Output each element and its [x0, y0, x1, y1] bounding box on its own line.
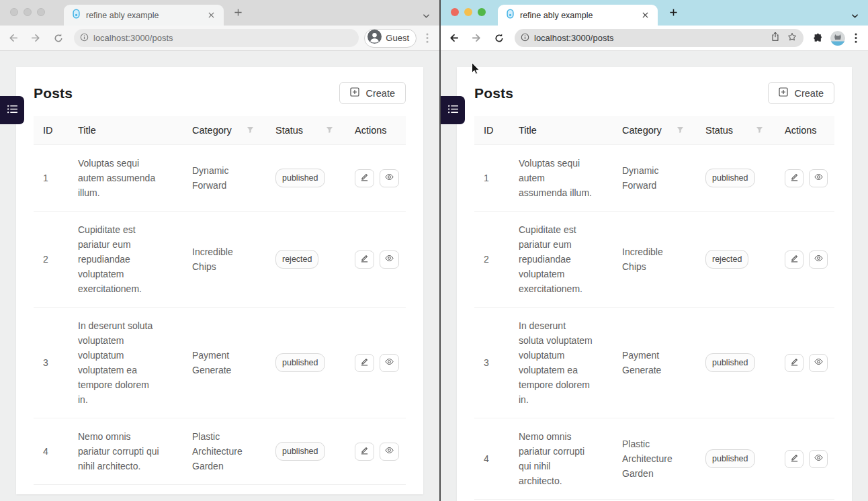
cell-category: Plastic Architecture Garden	[183, 418, 266, 484]
tab-close-icon[interactable]	[640, 9, 651, 21]
view-button[interactable]	[380, 250, 399, 269]
tab-strip: refine ably example	[0, 0, 439, 26]
cell-title: Cupiditate est pariatur eum repudiandae …	[69, 212, 183, 307]
new-tab-button[interactable]	[669, 8, 678, 17]
browser-menu-button[interactable]	[421, 30, 434, 46]
reload-button[interactable]	[48, 28, 69, 48]
cell-category: Dynamic Forward	[183, 152, 266, 203]
browser-menu-button[interactable]	[849, 30, 863, 46]
profile-avatar[interactable]	[830, 31, 845, 46]
tab-overflow-chevron-icon[interactable]	[423, 9, 430, 21]
edit-button[interactable]	[785, 250, 804, 269]
edit-button[interactable]	[785, 354, 804, 372]
site-info-icon[interactable]	[521, 32, 529, 44]
cell-category: Dynamic Forward	[613, 152, 696, 203]
view-button[interactable]	[809, 450, 828, 468]
screen: refine ably example localhost:3000/posts…	[0, 0, 868, 501]
back-button[interactable]	[443, 28, 464, 48]
edit-button[interactable]	[355, 443, 374, 461]
zoom-window-button[interactable]	[37, 8, 45, 16]
tab-overflow-chevron-icon[interactable]	[851, 9, 859, 21]
site-info-icon[interactable]	[80, 32, 89, 44]
zoom-window-button[interactable]	[478, 8, 486, 16]
minimize-window-button[interactable]	[464, 8, 472, 16]
sidebar-toggle-button[interactable]	[0, 96, 24, 124]
view-button[interactable]	[809, 250, 828, 269]
edit-icon	[360, 446, 369, 457]
eye-icon	[385, 173, 394, 183]
cell-id: 3	[34, 345, 69, 381]
cell-status: published	[266, 158, 345, 198]
create-button[interactable]: Create	[339, 82, 406, 104]
edit-button[interactable]	[785, 169, 804, 187]
traffic-lights	[10, 8, 45, 16]
view-button[interactable]	[380, 169, 399, 187]
guest-avatar-icon	[367, 30, 382, 46]
reload-button[interactable]	[489, 28, 509, 48]
cell-title: Nemo omnis pariatur corrupti qui nihil a…	[509, 418, 613, 499]
table-row: 3 In deserunt soluta voluptatem voluptat…	[474, 308, 834, 418]
bookmark-star-icon[interactable]	[787, 32, 797, 44]
view-button[interactable]	[380, 354, 399, 372]
edit-icon	[790, 453, 799, 464]
view-button[interactable]	[809, 169, 828, 187]
favicon	[73, 9, 80, 21]
favicon	[507, 9, 514, 21]
view-button[interactable]	[809, 354, 828, 372]
table-header-row: ID Title Category Status Actions	[474, 116, 834, 145]
table-row: 1 Voluptas sequi autem assumenda illum. …	[34, 145, 406, 212]
close-window-button[interactable]	[10, 8, 18, 16]
eye-icon	[814, 173, 823, 183]
url-bar[interactable]: localhost:3000/posts	[515, 29, 804, 47]
edit-icon	[790, 173, 799, 183]
minimize-window-button[interactable]	[24, 8, 32, 16]
status-badge: published	[705, 169, 755, 187]
tab-close-icon[interactable]	[206, 9, 217, 21]
filter-icon[interactable]	[326, 125, 333, 136]
forward-button[interactable]	[26, 28, 46, 48]
filter-icon[interactable]	[756, 125, 763, 136]
browser-tab[interactable]: refine ably example	[64, 5, 224, 26]
table-header-row: ID Title Category Status Actions	[34, 116, 406, 145]
table-body: 1 Voluptas sequi autem assumenda illum. …	[34, 145, 406, 485]
close-window-button[interactable]	[451, 8, 459, 16]
edit-icon	[360, 173, 369, 183]
posts-card: Posts Create ID Title Category Status Ac…	[457, 67, 852, 501]
edit-button[interactable]	[355, 354, 374, 372]
edit-button[interactable]	[355, 169, 374, 187]
extensions-puzzle-icon[interactable]	[809, 30, 826, 47]
table-row: 2 Cupiditate est pariatur eum repudianda…	[34, 212, 406, 308]
create-button[interactable]: Create	[768, 82, 834, 104]
share-icon[interactable]	[771, 32, 779, 44]
new-tab-button[interactable]	[234, 8, 243, 17]
filter-icon[interactable]	[247, 125, 254, 136]
cell-id: 2	[34, 241, 69, 277]
edit-button[interactable]	[785, 450, 804, 468]
cell-status: published	[696, 439, 775, 479]
cell-title: Voluptas sequi autem assumenda illum.	[69, 145, 183, 211]
forward-button[interactable]	[466, 28, 486, 48]
cell-id: 2	[474, 241, 509, 277]
cell-category: Payment Generate	[183, 337, 266, 388]
view-button[interactable]	[380, 443, 399, 461]
create-button-label: Create	[365, 88, 395, 99]
profile-button[interactable]: Guest	[364, 29, 417, 48]
sidebar-toggle-button[interactable]	[441, 96, 465, 124]
url-bar[interactable]: localhost:3000/posts	[74, 29, 359, 47]
cell-id: 3	[474, 345, 509, 381]
edit-button[interactable]	[355, 250, 374, 269]
cell-id: 1	[474, 160, 509, 196]
cell-actions	[345, 158, 404, 198]
tab-title: refine ably example	[86, 11, 206, 20]
unordered-list-icon	[447, 103, 459, 118]
status-badge: published	[705, 449, 755, 468]
browser-window-right: refine ably example localhost:3000/posts	[439, 0, 868, 501]
edit-icon	[790, 254, 799, 265]
back-button[interactable]	[3, 28, 23, 48]
eye-icon	[385, 446, 394, 457]
browser-tab[interactable]: refine ably example	[498, 5, 658, 26]
filter-icon[interactable]	[677, 125, 684, 136]
page-content: Posts Create ID Title Category Status Ac…	[0, 51, 439, 501]
edit-icon	[360, 357, 369, 368]
cell-actions	[775, 343, 833, 383]
